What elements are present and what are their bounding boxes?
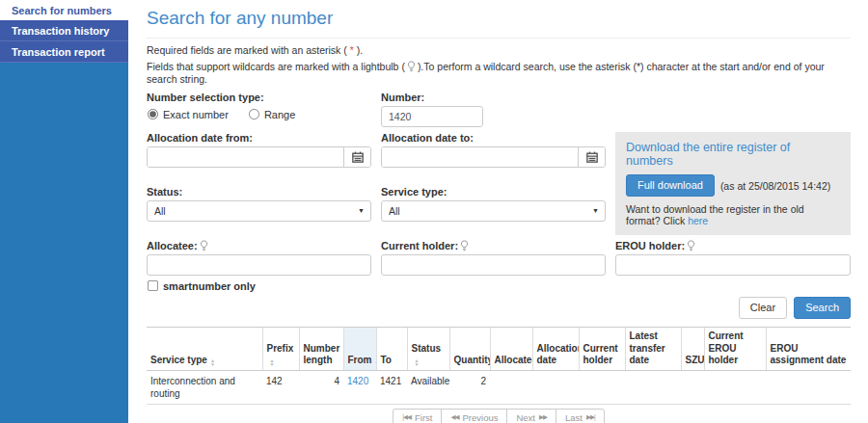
status-select[interactable]: All: [147, 200, 371, 222]
previous-page-icon: ◀◀: [450, 413, 458, 421]
spacer-cell: [615, 92, 851, 127]
column-header-status[interactable]: Status▲▼: [407, 328, 449, 371]
column-header-number-length[interactable]: Number length: [299, 328, 343, 371]
pagination-next-button[interactable]: Next▶▶: [506, 409, 556, 423]
allocation-date-from-calendar-button[interactable]: [343, 147, 370, 167]
calendar-icon: [586, 151, 598, 163]
sort-both-icon: ▲▼: [210, 358, 215, 366]
search-button[interactable]: Search: [794, 297, 851, 319]
sidebar-background: [0, 63, 128, 423]
table-row: Interconnection and routing 142 4 1420 1…: [147, 370, 851, 404]
number-selection-field: Number selection type: Exact number Rang…: [147, 92, 371, 127]
exact-number-radio[interactable]: [148, 109, 158, 119]
column-header-allocatee[interactable]: Allocatee: [490, 328, 532, 371]
cell-current-holder: [579, 370, 625, 404]
main-content: Search for any number Required fields ar…: [128, 0, 868, 423]
column-header-service-type[interactable]: Service type▲▼: [147, 328, 262, 371]
cell-allocation-date: [532, 370, 579, 404]
required-note-prefix: Required fields are marked with an aster…: [147, 44, 350, 56]
number-field: Number:: [381, 92, 606, 127]
column-header-from[interactable]: From▲: [343, 328, 376, 371]
current-holder-label-text: Current holder:: [381, 240, 458, 251]
allocatee-field: Allocatee:: [147, 240, 371, 276]
column-label: Allocation date: [537, 343, 580, 366]
column-header-quantity[interactable]: Quantity: [449, 328, 490, 371]
column-label: Quantity: [454, 355, 491, 365]
required-fields-note: Required fields are marked with an aster…: [147, 44, 851, 57]
column-header-erou-assignment-date[interactable]: EROU assignment date: [766, 328, 851, 371]
column-label: To: [381, 355, 392, 365]
sidebar: Search for numbers Transaction history T…: [0, 0, 128, 423]
column-label: Current EROU holder: [709, 330, 744, 365]
cell-prefix: 142: [262, 370, 299, 404]
erou-holder-label-text: EROU holder:: [615, 240, 685, 251]
search-form: Number selection type: Exact number Rang…: [147, 92, 851, 276]
erou-holder-input[interactable]: [615, 254, 851, 276]
status-label: Status:: [147, 186, 371, 198]
cell-quantity: 2: [449, 370, 490, 404]
current-holder-input[interactable]: [381, 254, 606, 276]
column-header-szu[interactable]: SZU: [681, 328, 704, 371]
sidebar-item-transaction-report[interactable]: Transaction report: [0, 41, 128, 63]
range-radio[interactable]: [249, 109, 259, 119]
required-note-suffix: ).: [354, 44, 363, 56]
allocatee-input[interactable]: [147, 254, 371, 276]
erou-holder-field: EROU holder:: [615, 240, 851, 276]
pagination-last-button[interactable]: Last▶▶|: [556, 409, 605, 423]
allocation-date-to-input[interactable]: [382, 147, 578, 167]
from-number-link[interactable]: 1420: [347, 376, 368, 386]
column-header-current-erou-holder[interactable]: Current EROU holder: [704, 328, 766, 371]
pagination-first-button[interactable]: |◀◀First: [393, 409, 442, 423]
current-holder-field: Current holder:: [381, 240, 606, 276]
cell-allocatee: [490, 370, 532, 404]
erou-holder-label: EROU holder:: [615, 240, 851, 251]
results-header-row: Service type▲▼ Prefix▲▼ Number length Fr…: [147, 328, 851, 371]
pagination-last-label: Last: [565, 412, 583, 423]
number-input[interactable]: [381, 106, 483, 127]
pagination-first-label: First: [415, 412, 432, 423]
column-label: Prefix: [267, 343, 294, 354]
service-type-select[interactable]: All: [381, 200, 606, 222]
column-label: Number length: [304, 343, 340, 366]
sidebar-item-transaction-history[interactable]: Transaction history: [0, 20, 128, 41]
clear-button[interactable]: Clear: [739, 297, 787, 319]
column-header-prefix[interactable]: Prefix▲▼: [262, 328, 299, 371]
page-title: Search for any number: [147, 8, 851, 39]
smartnumber-only-label: smartnumber only: [163, 280, 256, 292]
allocation-date-from-group: [147, 146, 371, 168]
first-page-icon: |◀◀: [402, 413, 411, 421]
status-select-wrap: All ▼: [147, 200, 371, 222]
cell-to: 1421: [376, 370, 407, 404]
column-header-current-holder[interactable]: Current holder: [579, 328, 625, 371]
lightbulb-icon: [200, 240, 208, 251]
allocation-date-from-field: Allocation date from:: [147, 132, 371, 181]
service-type-select-wrap: All ▼: [381, 200, 606, 222]
old-format-here-link[interactable]: here: [688, 215, 708, 226]
help-notes: Required fields are marked with an aster…: [147, 44, 851, 90]
column-label: From: [348, 355, 372, 365]
app-window: Search for numbers Transaction history T…: [0, 0, 868, 423]
column-header-to[interactable]: To: [376, 328, 407, 371]
allocation-date-to-group: [381, 146, 606, 168]
calendar-icon: [352, 151, 364, 163]
column-header-latest-transfer-date[interactable]: Latest transfer date: [625, 328, 681, 371]
lightbulb-icon: [687, 240, 695, 251]
full-download-button[interactable]: Full download: [626, 174, 715, 197]
status-field: Status: All ▼: [147, 186, 371, 235]
sidebar-item-search-for-numbers[interactable]: Search for numbers: [0, 0, 128, 20]
cell-from: 1420: [343, 370, 376, 404]
column-label: EROU assignment date: [771, 343, 847, 366]
service-type-label: Service type:: [381, 186, 606, 198]
exact-number-option: Exact number: [147, 108, 229, 120]
smartnumber-only-checkbox[interactable]: [148, 280, 158, 291]
download-panel-row: Full download (as at 25/08/2015 14:42): [626, 174, 840, 197]
download-register-panel: Download the entire register of numbers …: [615, 132, 851, 235]
allocation-date-from-input[interactable]: [148, 147, 343, 167]
allocation-date-to-calendar-button[interactable]: [578, 147, 605, 167]
old-format-note: Want to download the register in the old…: [626, 203, 840, 226]
pagination-previous-button[interactable]: ◀◀Previous: [441, 409, 507, 423]
service-type-field: Service type: All ▼: [381, 186, 606, 235]
column-label: Service type: [150, 355, 207, 365]
column-header-allocation-date[interactable]: Allocation date: [532, 328, 579, 371]
pagination-previous-label: Previous: [462, 412, 498, 423]
